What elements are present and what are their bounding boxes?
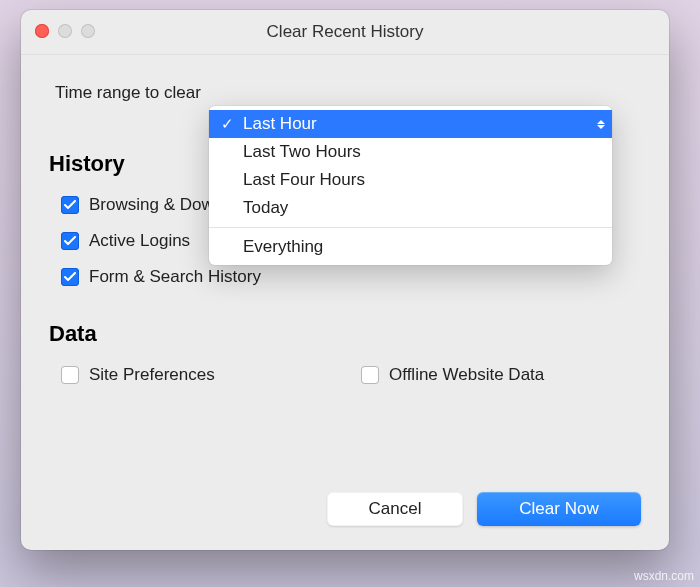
dialog-window: Clear Recent History Time range to clear… (21, 10, 669, 550)
watermark: wsxdn.com (634, 569, 694, 583)
data-check-grid: Site Preferences Offline Website Data (61, 365, 635, 385)
zoom-icon (81, 24, 95, 38)
dialog-buttons: Cancel Clear Now (327, 492, 641, 526)
check-icon (61, 268, 79, 286)
dropdown-option-everything[interactable]: Everything (209, 233, 612, 261)
minimize-icon (58, 24, 72, 38)
desktop: Clear Recent History Time range to clear… (0, 0, 700, 587)
dropdown-option-last-two-hours[interactable]: Last Two Hours (209, 138, 612, 166)
checkbox-site-preferences[interactable]: Site Preferences (61, 365, 361, 385)
checkbox-form-search-history[interactable]: Form & Search History (61, 267, 361, 287)
dropdown-option-label: Today (243, 198, 288, 218)
dropdown-separator (209, 227, 612, 228)
check-icon (61, 366, 79, 384)
window-controls (35, 24, 95, 38)
stepper-arrows-icon[interactable] (590, 110, 612, 138)
titlebar: Clear Recent History (21, 10, 669, 55)
checkbox-offline-website-data[interactable]: Offline Website Data (361, 365, 635, 385)
check-icon (361, 366, 379, 384)
dropdown-option-label: Last Two Hours (243, 142, 361, 162)
dropdown-option-last-four-hours[interactable]: Last Four Hours (209, 166, 612, 194)
clear-now-button[interactable]: Clear Now (477, 492, 641, 526)
time-range-label: Time range to clear (55, 83, 635, 103)
section-data: Data (49, 321, 635, 347)
dropdown-option-label: Last Four Hours (243, 170, 365, 190)
dropdown-option-label: Last Hour (243, 114, 317, 134)
check-icon (61, 196, 79, 214)
checkbox-label: Site Preferences (89, 365, 215, 385)
checkbox-label: Offline Website Data (389, 365, 544, 385)
dropdown-option-label: Everything (243, 237, 323, 257)
checkbox-label: Active Logins (89, 231, 190, 251)
cancel-button[interactable]: Cancel (327, 492, 463, 526)
check-icon (61, 232, 79, 250)
window-title: Clear Recent History (267, 22, 424, 42)
time-range-dropdown[interactable]: ✓ Last Hour Last Two Hours Last Four Hou… (209, 106, 612, 265)
check-icon: ✓ (221, 115, 234, 133)
close-icon[interactable] (35, 24, 49, 38)
dropdown-option-today[interactable]: Today (209, 194, 612, 222)
checkbox-label: Form & Search History (89, 267, 261, 287)
dropdown-option-last-hour[interactable]: ✓ Last Hour (209, 110, 612, 138)
